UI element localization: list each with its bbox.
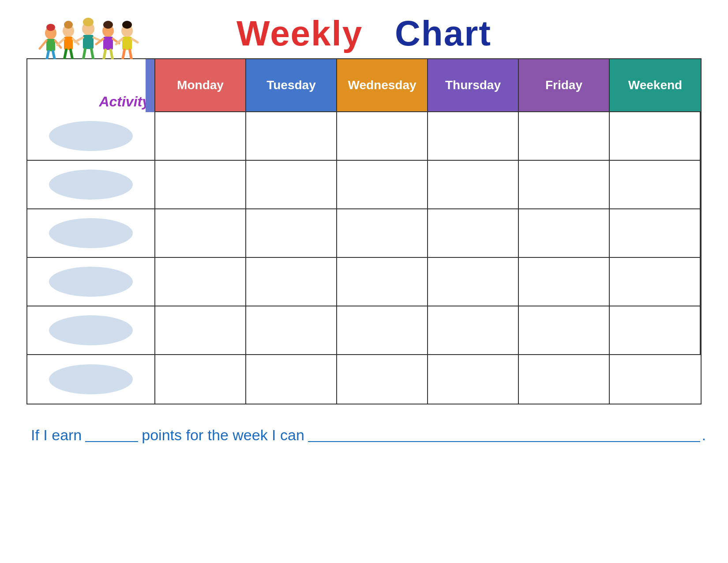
data-cell-row5-col2[interactable]: [246, 306, 337, 355]
data-cell-row4-col5[interactable]: [519, 258, 610, 306]
svg-line-22: [94, 38, 101, 41]
activity-label: Activity: [99, 94, 150, 110]
data-cell-row3-col2[interactable]: [246, 209, 337, 258]
svg-point-28: [103, 21, 113, 29]
data-cell-row4-col3[interactable]: [337, 258, 428, 306]
data-cell-row1-col5[interactable]: [519, 112, 610, 161]
data-cell-row3-col6[interactable]: [610, 209, 701, 258]
activity-cell-5: [27, 306, 155, 355]
data-cell-row6-col1[interactable]: [155, 355, 246, 404]
data-cell-row3-col5[interactable]: [519, 209, 610, 258]
data-cell-row2-col1[interactable]: [155, 161, 246, 209]
data-cell-row5-col5[interactable]: [519, 306, 610, 355]
data-cell-row4-col2[interactable]: [246, 258, 337, 306]
data-cell-row4-col6[interactable]: [610, 258, 701, 306]
activity-cell-2: [27, 161, 155, 209]
header-friday: Friday: [519, 59, 610, 112]
activity-cell-6: [27, 355, 155, 404]
data-cell-row6-col5[interactable]: [519, 355, 610, 404]
title-chart: Chart: [395, 14, 492, 53]
footer-blank-short[interactable]: [85, 441, 138, 442]
data-cell-row1-col1[interactable]: [155, 112, 246, 161]
data-cell-row6-col4[interactable]: [428, 355, 519, 404]
data-cell-row5-col6[interactable]: [610, 306, 701, 355]
data-cell-row5-col1[interactable]: [155, 306, 246, 355]
activity-header-cell: Activity: [27, 59, 155, 112]
header-monday: Monday: [155, 59, 246, 112]
data-cell-row6-col3[interactable]: [337, 355, 428, 404]
activity-cell-1: [27, 112, 155, 161]
activity-oval-1: [49, 121, 133, 151]
data-cell-row2-col6[interactable]: [610, 161, 701, 209]
footer-part2: points for the week I can: [142, 427, 304, 444]
data-cell-row3-col4[interactable]: [428, 209, 519, 258]
svg-point-37: [122, 21, 132, 29]
data-cell-row1-col6[interactable]: [610, 112, 701, 161]
data-cell-row3-col3[interactable]: [337, 209, 428, 258]
activity-oval-3: [49, 218, 133, 248]
title-weekly: Weekly: [236, 14, 363, 53]
header-weekend: Weekend: [610, 59, 701, 112]
header-wednesday: Wednesday: [337, 59, 428, 112]
chart-body: [27, 112, 701, 404]
data-cell-row6-col2[interactable]: [246, 355, 337, 404]
data-cell-row4-col4[interactable]: [428, 258, 519, 306]
weekly-chart: Activity Monday Tuesday Wednesday Thursd…: [26, 58, 702, 404]
activity-oval-6: [49, 364, 133, 394]
data-cell-row3-col1[interactable]: [155, 209, 246, 258]
footer-sentence: If I earn points for the week I can .: [22, 427, 706, 444]
chart-header: Activity Monday Tuesday Wednesday Thursd…: [27, 59, 701, 112]
data-cell-row2-col2[interactable]: [246, 161, 337, 209]
vertical-bar: [146, 59, 154, 112]
data-cell-row2-col4[interactable]: [428, 161, 519, 209]
header-tuesday: Tuesday: [246, 59, 337, 112]
data-cell-row2-col3[interactable]: [337, 161, 428, 209]
svg-rect-2: [46, 39, 55, 51]
activity-cell-4: [27, 258, 155, 306]
data-cell-row5-col3[interactable]: [337, 306, 428, 355]
svg-rect-11: [64, 37, 73, 50]
data-cell-row6-col6[interactable]: [610, 355, 701, 404]
data-cell-row1-col4[interactable]: [428, 112, 519, 161]
data-cell-row1-col2[interactable]: [246, 112, 337, 161]
footer-part1: If I earn: [31, 427, 82, 444]
svg-rect-29: [103, 37, 113, 50]
activity-oval-2: [49, 170, 133, 200]
activity-oval-5: [49, 315, 133, 345]
svg-rect-38: [122, 37, 132, 50]
activity-oval-4: [49, 267, 133, 297]
svg-point-19: [83, 18, 94, 26]
svg-line-3: [40, 41, 46, 49]
page-title: Weekly Chart: [236, 13, 492, 54]
data-cell-row4-col1[interactable]: [155, 258, 246, 306]
footer-blank-long[interactable]: [308, 441, 700, 442]
svg-line-40: [132, 39, 138, 42]
footer-period: .: [702, 427, 706, 444]
title-area: Weekly Chart: [22, 13, 706, 54]
svg-rect-20: [83, 35, 94, 49]
svg-line-21: [75, 38, 83, 42]
activity-cell-3: [27, 209, 155, 258]
svg-point-1: [46, 24, 55, 31]
data-cell-row1-col3[interactable]: [337, 112, 428, 161]
svg-line-12: [57, 39, 64, 45]
svg-point-10: [64, 21, 73, 29]
data-cell-row2-col5[interactable]: [519, 161, 610, 209]
data-cell-row5-col4[interactable]: [428, 306, 519, 355]
header-thursday: Thursday: [428, 59, 519, 112]
